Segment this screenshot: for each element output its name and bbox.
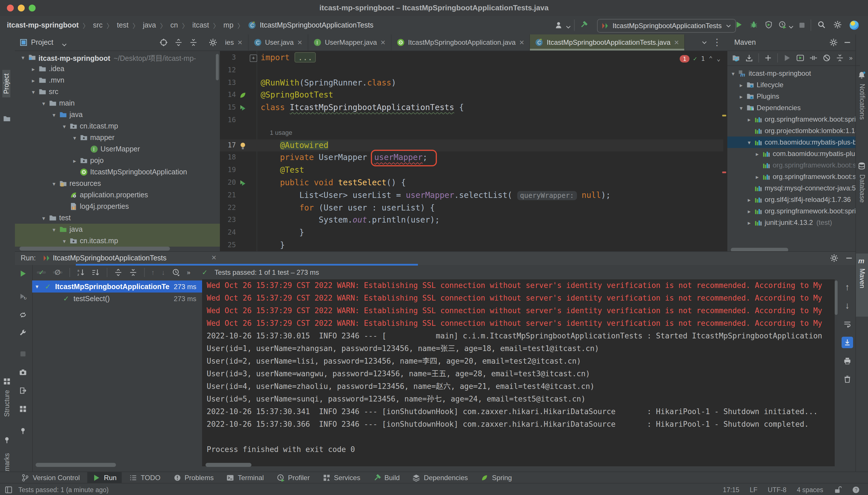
project-tree-row[interactable]: ▾src <box>15 86 220 98</box>
maven-tree-row[interactable]: ▸Plugins <box>727 91 855 102</box>
collapse-all-icon[interactable] <box>836 54 844 62</box>
maven-tree-row[interactable]: org.projectlombok:lombok:1.18. <box>727 125 855 137</box>
collapse-arrow-icon[interactable]: ▾ <box>61 238 68 244</box>
collapse-arrow-icon[interactable]: ▾ <box>30 89 37 95</box>
close-run-tab-icon[interactable]: ✕ <box>211 254 216 261</box>
rerun-failed-tests-icon[interactable]: ↻ <box>19 292 27 301</box>
down-the-stack-icon[interactable]: ↓ <box>841 300 853 311</box>
run-console[interactable]: Wed Oct 26 15:37:29 CST 2022 WARN: Estab… <box>202 279 835 466</box>
project-tree-row[interactable]: ▾main <box>15 98 220 109</box>
more-actions-icon[interactable]: » <box>849 54 852 62</box>
show-passed-toggle[interactable]: ✓ <box>37 271 46 273</box>
scroll-to-end-icon[interactable] <box>841 337 853 348</box>
user-profile-icon[interactable] <box>555 21 562 29</box>
rerun-tests-icon[interactable] <box>19 270 27 278</box>
project-tree-row[interactable]: IUserMapper <box>15 143 220 155</box>
collapse-arrow-icon[interactable]: ▾ <box>40 215 47 221</box>
tool-window-button-build[interactable]: Build <box>368 472 405 483</box>
settings-gear-icon[interactable] <box>830 254 838 262</box>
close-tab-icon[interactable]: ✕ <box>297 39 302 46</box>
expand-arrow-icon[interactable]: ▸ <box>746 219 753 226</box>
tool-stripe-project-tab[interactable]: Project <box>2 70 10 98</box>
tool-stripe-notifications-tab[interactable]: Notifications <box>859 84 866 120</box>
notifications-bell-icon[interactable] <box>858 71 866 79</box>
close-tab-icon[interactable]: ✕ <box>238 39 243 46</box>
test-settings-wrench-icon[interactable] <box>19 329 27 337</box>
pin-icon[interactable] <box>3 436 11 444</box>
next-occurrence-icon[interactable]: ↓ <box>162 268 165 276</box>
test-result-row[interactable]: ▾✓ItcastMpSpringbootApplicationTe273 ms <box>32 280 202 292</box>
breadcrumb-item[interactable]: mp <box>223 21 233 29</box>
project-tree-row[interactable]: application.properties <box>15 189 220 201</box>
editor-tab[interactable]: CUser.java✕ <box>248 34 308 50</box>
maven-tree-row[interactable]: ▸com.baomidou:mybatis-plus <box>727 148 855 159</box>
close-tab-icon[interactable]: ✕ <box>519 39 524 46</box>
vertical-scrollbar[interactable] <box>835 280 838 315</box>
collapse-arrow-icon[interactable]: ▾ <box>50 226 58 233</box>
previous-occurrence-icon[interactable]: ↑ <box>151 268 155 276</box>
tool-stripe-database-tab[interactable]: Database <box>859 174 866 203</box>
leaf-gutter-icon[interactable] <box>238 91 247 100</box>
indent-indicator[interactable]: 4 spaces <box>797 486 823 493</box>
expand-arrow-icon[interactable]: ▸ <box>738 93 744 100</box>
breadcrumb-item[interactable]: java <box>143 21 156 29</box>
breadcrumb-item[interactable]: itcast <box>192 21 209 29</box>
maven-tree-row[interactable]: ▸junit:junit:4.13.2(test) <box>727 217 855 228</box>
download-sources-icon[interactable] <box>745 54 753 62</box>
project-tree-row[interactable]: ▾resources <box>15 178 220 189</box>
soft-wrap-icon[interactable] <box>841 318 853 330</box>
project-tree-row[interactable]: ▾java <box>15 224 220 235</box>
project-tree-row[interactable]: ▾mapper <box>15 132 220 143</box>
maven-tree-row[interactable]: ▸org.springframework.boot:sprin <box>727 205 855 217</box>
expand-arrow-icon[interactable]: ▸ <box>746 116 753 122</box>
chevron-down-icon[interactable] <box>788 23 795 30</box>
runclass-gutter-icon[interactable] <box>238 178 247 188</box>
tool-window-button-problems[interactable]: Problems <box>168 472 219 483</box>
sort-by-duration-icon[interactable] <box>92 268 100 276</box>
fold-marker[interactable]: + <box>250 54 257 62</box>
collapse-arrow-icon[interactable]: ▾ <box>50 112 58 118</box>
offline-mode-icon[interactable] <box>823 54 831 62</box>
run-tab-label[interactable]: ItcastMpSpringbootApplicationTests <box>53 254 166 262</box>
editor-tab[interactable]: CItcastMpSpringbootApplicationTests.java… <box>530 34 685 50</box>
tool-window-button-terminal[interactable]: Terminal <box>221 472 269 483</box>
line-ending-indicator[interactable]: LF <box>750 486 757 493</box>
close-tab-icon[interactable]: ✕ <box>674 39 679 46</box>
add-maven-project-icon[interactable] <box>764 54 772 62</box>
project-tree-row[interactable]: ▾itcast-mp-springboot~/Desktop/项目/itcast… <box>15 52 220 63</box>
expand-arrow-icon[interactable]: ▸ <box>754 151 760 157</box>
more-actions-icon[interactable]: » <box>187 269 190 276</box>
toggle-auto-test-icon[interactable] <box>19 311 27 319</box>
tool-window-button-services[interactable]: Services <box>317 472 365 483</box>
tool-window-button-version-control[interactable]: Version Control <box>16 472 85 483</box>
collapse-arrow-icon[interactable]: ▾ <box>730 70 737 76</box>
tool-window-button-todo[interactable]: TODO <box>124 472 166 483</box>
project-tree-row[interactable]: ▸pojo <box>15 155 220 166</box>
expand-all-icon[interactable] <box>175 38 183 47</box>
maven-tree-row[interactable]: ▸Lifecycle <box>727 79 855 91</box>
maven-tree-row[interactable]: ▸org.springframework.boot:sp <box>727 171 855 183</box>
project-tree-row[interactable]: ▾cn.itcast.mp <box>15 120 220 132</box>
encoding-indicator[interactable]: UTF-8 <box>768 486 786 493</box>
horizontal-scrollbar[interactable] <box>36 463 116 467</box>
build-hammer-icon[interactable] <box>580 21 588 29</box>
tool-stripe-maven-tab[interactable]: m Maven <box>856 254 868 317</box>
debug-button[interactable] <box>750 21 758 29</box>
project-tree-row[interactable]: ▾test <box>15 212 220 224</box>
collapse-all-icon[interactable] <box>129 268 137 276</box>
coverage-button[interactable] <box>765 21 773 29</box>
sort-alphabetically-icon[interactable]: az <box>77 268 85 276</box>
stop-icon[interactable] <box>19 350 27 358</box>
run-maven-build-icon[interactable] <box>783 54 791 62</box>
settings-gear-icon[interactable] <box>209 38 217 47</box>
expand-arrow-icon[interactable]: ▸ <box>738 82 744 88</box>
expand-all-icon[interactable] <box>114 268 122 276</box>
runclass-gutter-icon[interactable] <box>238 103 247 113</box>
collapse-arrow-icon[interactable]: ▾ <box>746 139 753 146</box>
expand-arrow-icon[interactable]: ▸ <box>746 208 753 214</box>
maven-tree-row[interactable]: ▸org.slf4j:slf4j-reload4j:1.7.36 <box>727 194 855 205</box>
pin-icon[interactable] <box>19 427 27 435</box>
close-tab-icon[interactable]: ✕ <box>380 39 386 46</box>
tool-window-button-dependencies[interactable]: Dependencies <box>407 472 473 483</box>
hide-pane-icon[interactable] <box>843 38 851 47</box>
